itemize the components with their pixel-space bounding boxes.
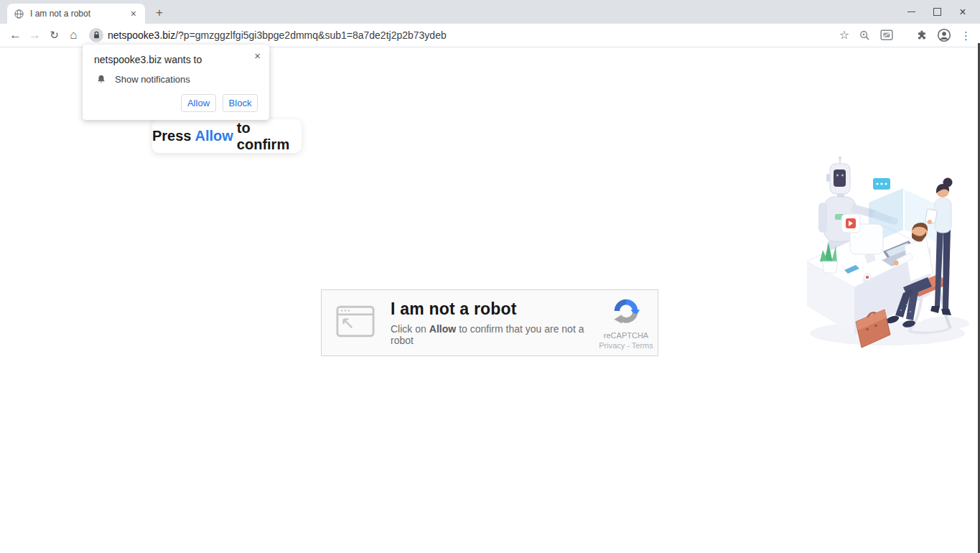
- toolbar-right: ☆: [839, 28, 971, 42]
- recaptcha-brand: reCAPTCHA: [594, 331, 658, 340]
- bell-icon: [96, 74, 106, 85]
- extensions-puzzle-icon[interactable]: [915, 29, 928, 42]
- home-button[interactable]: ⌂: [64, 26, 83, 45]
- recaptcha-privacy-terms: Privacy - Terms: [594, 341, 658, 350]
- site-info-chip[interactable]: [89, 28, 103, 42]
- tab-title: I am not a robot: [30, 9, 123, 19]
- maximize-button[interactable]: [924, 0, 950, 24]
- browser-window-icon: [336, 305, 375, 340]
- captcha-title: I am not a robot: [391, 299, 594, 319]
- banner-text-allow: Allow: [195, 128, 233, 144]
- banner-text-pre: Press: [152, 128, 192, 144]
- press-allow-banner: Press Allow to confirm: [152, 119, 302, 153]
- captcha-text: I am not a robot Click onAllowto confirm…: [391, 299, 594, 346]
- permission-label: Show notifications: [115, 74, 190, 85]
- video-badge: [841, 214, 860, 233]
- window-controls: ×: [898, 0, 976, 24]
- notification-permission-dialog: × netspooke3.biz wants to Show notificat…: [83, 45, 269, 120]
- dialog-close-icon[interactable]: ×: [253, 49, 262, 62]
- bookmark-star-icon[interactable]: ☆: [839, 29, 849, 41]
- cursor-arrow-icon: [344, 320, 353, 328]
- tab-close-icon[interactable]: ×: [129, 8, 139, 19]
- maximize-icon: [933, 8, 941, 16]
- lock-icon: [93, 31, 101, 40]
- new-tab-button[interactable]: +: [151, 5, 167, 21]
- page-content: I am not a robot Click onAllowto confirm…: [0, 47, 980, 553]
- url-domain: netspooke3.biz: [108, 29, 175, 41]
- captcha-card: I am not a robot Click onAllowto confirm…: [321, 289, 658, 356]
- minimize-button[interactable]: [898, 0, 924, 24]
- minimize-icon: [907, 11, 915, 12]
- robot-office-illustration: [803, 154, 979, 349]
- browser-tab[interactable]: I am not a robot ×: [7, 4, 145, 24]
- globe-favicon-icon: [14, 9, 24, 19]
- browser-window: I am not a robot × + × ← → ↻ ⌂ netspooke…: [0, 0, 980, 553]
- address-bar[interactable]: netspooke3.biz/?p=gmzggzlfgi5gi3bpge2dmm…: [108, 29, 832, 41]
- recaptcha-logo-icon: [612, 297, 640, 325]
- captcha-subtitle: Click onAllowto confirm that you are not…: [391, 323, 594, 346]
- block-button[interactable]: Block: [223, 94, 258, 112]
- url-path: /?p=gmzggzlfgi5gi3bpge2dmmq&sub1=8a7de2t…: [175, 29, 447, 41]
- window-close-button[interactable]: ×: [950, 0, 976, 24]
- recaptcha-block: reCAPTCHA Privacy - Terms: [594, 297, 658, 350]
- forward-button[interactable]: →: [25, 26, 45, 45]
- zoom-icon[interactable]: [859, 29, 871, 42]
- allow-button[interactable]: Allow: [181, 94, 216, 112]
- dialog-title: netspooke3.biz wants to: [94, 54, 258, 65]
- title-bar: I am not a robot × + ×: [0, 0, 980, 24]
- menu-kebab-icon[interactable]: ⋮: [961, 30, 971, 41]
- banner-text-post: to confirm: [237, 120, 302, 153]
- back-button[interactable]: ←: [6, 26, 25, 45]
- profile-avatar-icon[interactable]: [937, 28, 951, 42]
- reload-button[interactable]: ↻: [45, 26, 64, 45]
- reading-mode-icon[interactable]: [880, 29, 893, 41]
